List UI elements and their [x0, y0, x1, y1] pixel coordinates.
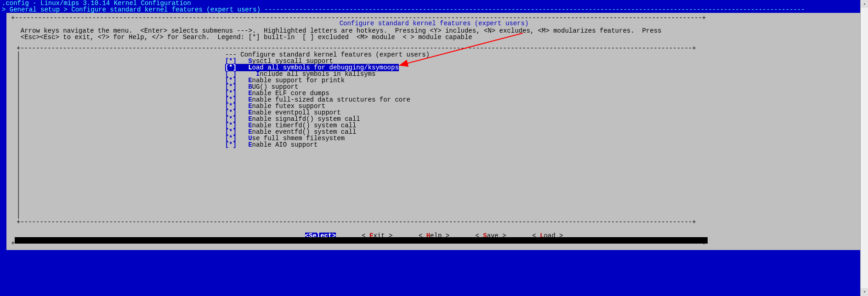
- menu-blank: |: [17, 206, 851, 212]
- menu-blank: |: [17, 193, 851, 199]
- dialog-title: Configure standard kernel features (expe…: [10, 20, 858, 27]
- menu-item[interactable]: | [*] Sysctl syscall support: [17, 58, 851, 64]
- scroll-up-icon[interactable]: ▴: [861, 0, 868, 8]
- menu-item[interactable]: | [*] Enable futex support: [17, 103, 851, 109]
- menu-item[interactable]: | [*] Enable eventpoll support: [17, 109, 851, 116]
- menu-item[interactable]: | [*] Enable eventfd() system call: [17, 129, 851, 135]
- menu-blank: |: [17, 212, 851, 219]
- menu-item[interactable]: | [*] Enable timerfd() system call: [17, 122, 851, 129]
- menu-blank: |: [17, 180, 851, 187]
- window-title: .config - Linux/mips 3.10.14 Kernel Conf…: [0, 0, 868, 6]
- menu-list[interactable]: | --- Configure standard kernel features…: [17, 51, 851, 219]
- menu-item[interactable]: | [*] BUG() support: [17, 84, 851, 90]
- menu-item[interactable]: | [*] Use full shmem filesystem: [17, 135, 851, 142]
- menu-item[interactable]: | [ ] Include all symbols in kallsyms: [17, 71, 851, 77]
- scroll-down-icon[interactable]: ▾: [861, 288, 868, 296]
- menu-blank: |: [17, 161, 851, 167]
- menu-item[interactable]: | [*] Enable AIO support: [17, 142, 851, 148]
- window-scrollbar[interactable]: ▴ ▾: [860, 0, 868, 296]
- menu-item[interactable]: | [*] Enable ELF core dumps: [17, 90, 851, 97]
- menu-item[interactable]: | [*] Enable signalfd() system call: [17, 116, 851, 122]
- menu-item[interactable]: | [*] Enable support for printk: [17, 77, 851, 84]
- menu-header: | --- Configure standard kernel features…: [17, 51, 851, 58]
- menu-item[interactable]: | [*] Enable full-sized data structures …: [17, 97, 851, 103]
- shadow-decoration: [15, 237, 708, 244]
- menu-blank: |: [17, 199, 851, 206]
- help-text-line2: <Esc><Esc> to exit, <?> for Help, </> fo…: [10, 34, 858, 40]
- menu-blank: |: [17, 154, 851, 161]
- dialog-box: +---------------------------------------…: [6, 13, 862, 250]
- menu-item[interactable]: | [*] Load all symbols for debugging/ksy…: [17, 64, 851, 71]
- menu-blank: |: [17, 187, 851, 193]
- menu-blank: |: [17, 174, 851, 180]
- menu-blank: |: [17, 148, 851, 154]
- help-text-line1: Arrow keys navigate the menu. <Enter> se…: [10, 28, 858, 34]
- menu-box: +---------------------------------------…: [17, 43, 851, 227]
- breadcrumb: > General setup > Configure standard ker…: [0, 6, 868, 13]
- menu-blank: |: [17, 167, 851, 174]
